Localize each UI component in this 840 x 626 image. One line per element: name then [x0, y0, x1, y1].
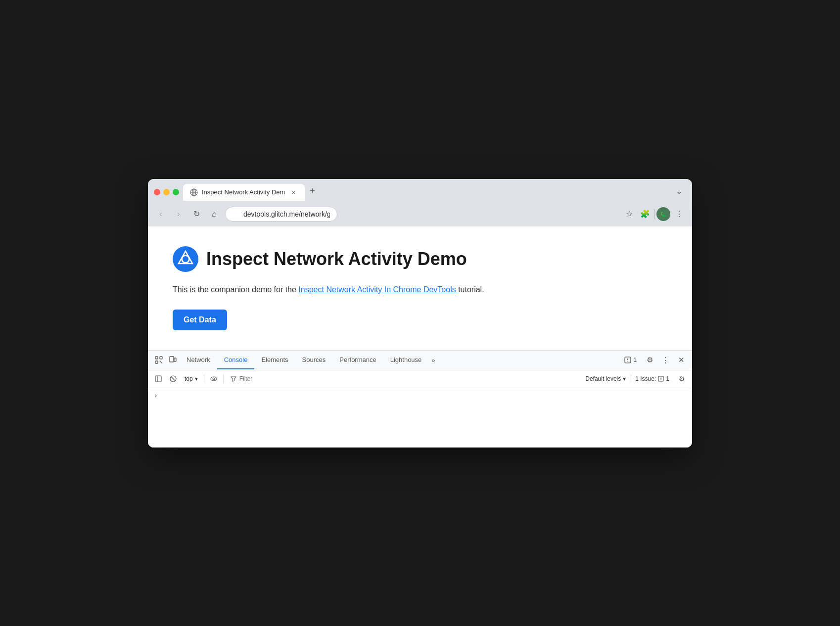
svg-rect-13: [170, 357, 174, 362]
clear-icon: [170, 375, 177, 382]
filter-wrapper: [227, 374, 581, 383]
tab-lighthouse[interactable]: Lighthouse: [383, 351, 429, 369]
console-settings-button[interactable]: ⚙: [675, 372, 688, 385]
sidebar-toggle-icon: [155, 375, 162, 382]
profile-avatar-icon: 🦕: [658, 209, 668, 219]
browser-window: Inspect Network Activity Dem × + ⌄ ‹ › ↻…: [148, 179, 692, 447]
more-tabs-button[interactable]: »: [428, 353, 438, 368]
svg-line-21: [171, 377, 175, 381]
tab-sources[interactable]: Sources: [295, 351, 333, 369]
back-button[interactable]: ‹: [154, 207, 168, 221]
console-issues-number: 1: [666, 375, 669, 382]
console-filter-input[interactable]: [239, 375, 577, 382]
filter-icon: [231, 376, 236, 382]
console-separator-2: [223, 374, 224, 383]
eye-icon: [210, 375, 217, 382]
tab-network[interactable]: Network: [180, 351, 217, 369]
extensions-button[interactable]: 🧩: [638, 207, 652, 221]
bookmark-button[interactable]: ☆: [622, 207, 636, 221]
console-body[interactable]: ›: [148, 388, 692, 447]
svg-point-23: [213, 378, 215, 380]
devtools-device-button[interactable]: [166, 353, 180, 367]
issues-icon: [624, 357, 631, 363]
reload-button[interactable]: ↻: [189, 207, 203, 221]
chrome-logo-icon: [177, 250, 194, 268]
context-selector[interactable]: top ▾: [182, 374, 201, 383]
tab-elements[interactable]: Elements: [254, 351, 295, 369]
separator: [654, 209, 654, 219]
active-tab[interactable]: Inspect Network Activity Dem ×: [183, 184, 305, 201]
context-label: top: [185, 375, 193, 382]
address-input[interactable]: [225, 207, 337, 222]
new-tab-button[interactable]: +: [305, 184, 320, 199]
cursor-icon: [155, 356, 163, 364]
devtools-inspect-button[interactable]: [152, 353, 166, 367]
console-sidebar-button[interactable]: [152, 372, 165, 385]
tab-bar: Inspect Network Activity Dem × + ⌄: [183, 184, 686, 201]
svg-rect-18: [155, 376, 161, 382]
console-toolbar: top ▾ Default levels ▾: [148, 370, 692, 388]
chrome-menu-button[interactable]: ⋮: [672, 207, 686, 221]
chrome-titlebar: Inspect Network Activity Dem × + ⌄: [148, 179, 692, 204]
tab-console[interactable]: Console: [217, 351, 255, 369]
window-controls: [154, 189, 179, 195]
default-levels-arrow: ▾: [623, 375, 626, 382]
tab-expand-button[interactable]: ⌄: [671, 184, 686, 199]
devtools-close-button[interactable]: ✕: [674, 353, 688, 367]
svg-point-26: [661, 379, 661, 380]
page-title: Inspect Network Activity Demo: [206, 249, 467, 269]
default-levels-button[interactable]: Default levels ▾: [582, 374, 629, 383]
svg-rect-11: [160, 357, 162, 359]
tab-title: Inspect Network Activity Dem: [202, 188, 285, 196]
devtools-more-button[interactable]: ⋮: [658, 353, 672, 367]
svg-text:🦕: 🦕: [660, 211, 667, 218]
svg-rect-10: [155, 361, 158, 363]
context-dropdown-icon: ▾: [195, 375, 198, 382]
console-issues-icon: [658, 376, 664, 382]
address-wrapper: ⊙: [225, 207, 618, 222]
issues-count: 1: [633, 357, 637, 363]
svg-rect-9: [155, 357, 158, 359]
console-issues-count: 1 Issue: 1: [631, 374, 673, 383]
console-eye-button[interactable]: [207, 372, 220, 385]
devtools-tabs: Network Console Elements Sources Perform…: [180, 351, 620, 369]
profile-button[interactable]: 🦕: [656, 207, 670, 221]
svg-rect-14: [174, 358, 176, 361]
tab-performance[interactable]: Performance: [332, 351, 383, 369]
svg-line-12: [160, 361, 162, 363]
tab-close-button[interactable]: ×: [289, 188, 298, 197]
console-clear-button[interactable]: [167, 372, 180, 385]
address-bar-row: ‹ › ↻ ⌂ ⊙ ☆ 🧩 🦕 ⋮: [148, 204, 692, 226]
issues-badge[interactable]: 1: [620, 355, 641, 365]
home-button[interactable]: ⌂: [207, 207, 221, 221]
default-levels-label: Default levels: [585, 375, 621, 382]
close-window-button[interactable]: [154, 189, 160, 195]
devtools-settings-button[interactable]: ⚙: [643, 353, 656, 367]
devtools-right-actions: 1 ⚙ ⋮ ✕: [620, 353, 688, 367]
description-prefix: This is the companion demo for the: [173, 285, 298, 294]
description-suffix: tutorial.: [458, 285, 484, 294]
page-content: Inspect Network Activity Demo This is th…: [148, 226, 692, 350]
tab-favicon-icon: [190, 188, 198, 196]
maximize-window-button[interactable]: [173, 189, 179, 195]
devtools-panel: Network Console Elements Sources Perform…: [148, 350, 692, 447]
svg-point-8: [183, 256, 188, 262]
page-description: This is the companion demo for the Inspe…: [173, 284, 667, 296]
devtools-toolbar: Network Console Elements Sources Perform…: [148, 351, 692, 370]
get-data-button[interactable]: Get Data: [173, 310, 227, 330]
device-icon: [169, 356, 177, 364]
page-header: Inspect Network Activity Demo: [173, 246, 667, 272]
svg-point-17: [628, 361, 629, 362]
page-logo: [173, 246, 198, 272]
minimize-window-button[interactable]: [163, 189, 170, 195]
svg-point-22: [211, 377, 217, 381]
address-actions: ☆ 🧩 🦕 ⋮: [622, 207, 686, 221]
console-chevron[interactable]: ›: [154, 392, 158, 400]
devtools-link[interactable]: Inspect Network Activity In Chrome DevTo…: [298, 285, 458, 294]
issues-label-text: 1 Issue:: [635, 375, 656, 382]
forward-button[interactable]: ›: [172, 207, 186, 221]
console-separator-1: [204, 374, 204, 383]
